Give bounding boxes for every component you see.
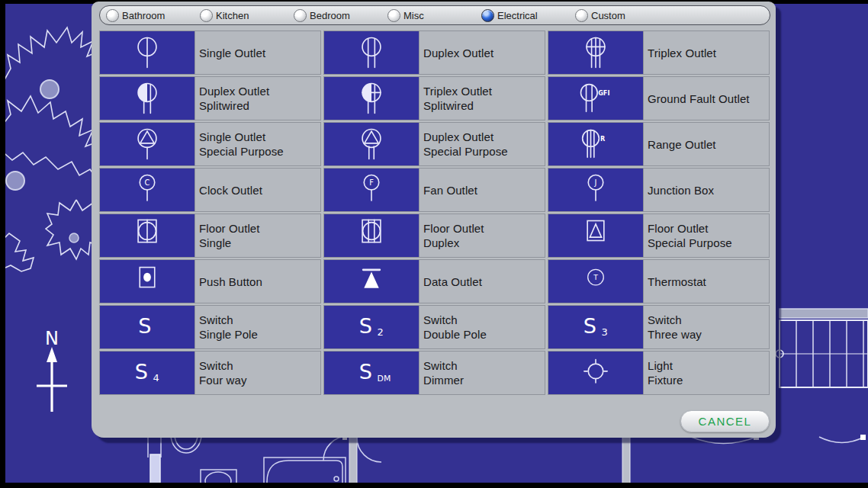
svg-text:C: C [145,178,150,187]
category-label: Bathroom [122,10,165,21]
door-swing [819,437,864,443]
svg-text:4: 4 [153,372,159,384]
category-bar: BathroomKitchenBedroomMiscElectricalCust… [99,5,770,25]
switch-dimmer-icon[interactable]: SDM [323,351,420,395]
fan-outlet-icon[interactable]: F [323,168,420,212]
single-outlet-special-icon[interactable] [99,122,195,166]
symbol-cell-junction-box[interactable]: JJunction Box [548,168,770,212]
radio-icon[interactable] [106,9,119,22]
switch-single-pole-icon[interactable]: S [99,305,195,349]
category-label: Bedroom [310,10,350,21]
symbol-cell-data-outlet[interactable]: Data Outlet [323,259,545,303]
single-outlet-icon[interactable] [99,30,195,75]
svg-text:2: 2 [378,326,384,338]
floor-outlet-special-icon[interactable] [548,214,644,258]
tree-outline [3,27,98,82]
radio-icon[interactable] [294,9,307,22]
wall-door-left [148,436,161,488]
symbol-row: S4SwitchFour waySDMSwitchDimmerLightFixt… [99,351,770,395]
switch-double-pole-icon[interactable]: S2 [323,305,420,349]
symbol-cell-floor-outlet-duplex[interactable]: Floor OutletDuplex [323,214,545,258]
symbol-label-triplex-outlet: Triplex Outlet [644,30,770,75]
symbol-cell-light-fixture[interactable]: LightFixture [548,351,770,395]
clock-outlet-icon[interactable]: C [99,168,195,212]
symbol-row: Floor OutletSingleFloor OutletDuplexFloo… [99,214,770,258]
symbol-cell-floor-outlet-single[interactable]: Floor OutletSingle [99,214,321,258]
symbol-label-duplex-outlet-special: Duplex OutletSpecial Purpose [420,122,545,166]
category-radio-kitchen[interactable]: Kitchen [200,9,294,22]
category-radio-custom[interactable]: Custom [575,9,669,22]
duplex-outlet-special-icon[interactable] [323,122,420,166]
symbol-cell-switch-three-way[interactable]: S3SwitchThree way [548,305,770,349]
symbol-cell-switch-single-pole[interactable]: SSwitchSingle Pole [99,305,321,349]
switch-four-way-icon[interactable]: S4 [99,351,195,395]
symbol-cell-push-button[interactable]: Push Button [99,259,321,303]
floor-outlet-single-icon[interactable] [99,214,195,258]
category-label: Misc [403,10,424,21]
symbol-picker-dialog: BathroomKitchenBedroomMiscElectricalCust… [92,2,776,438]
data-outlet-icon[interactable] [323,259,420,303]
tree-outline [46,200,98,259]
symbol-cell-range-outlet[interactable]: RRange Outlet [548,122,770,166]
symbol-cell-switch-double-pole[interactable]: S2SwitchDouble Pole [323,305,545,349]
symbol-row: Push ButtonData OutletTThermostat [99,259,770,303]
symbol-cell-thermostat[interactable]: TThermostat [548,259,770,303]
symbol-label-single-outlet: Single Outlet [195,30,321,75]
symbol-label-switch-single-pole: SwitchSingle Pole [195,305,321,349]
range-outlet-icon[interactable]: R [548,122,644,166]
triplex-outlet-splitwired-icon[interactable] [323,76,420,120]
symbol-cell-triplex-outlet[interactable]: Triplex Outlet [548,30,770,75]
symbol-label-fan-outlet: Fan Outlet [420,168,545,212]
symbol-label-light-fixture: LightFixture [644,351,770,395]
category-radio-misc[interactable]: Misc [387,9,481,22]
svg-text:DM: DM [378,374,391,384]
category-label: Custom [591,10,625,21]
radio-icon[interactable] [575,9,588,22]
screen-edge-bottom [0,483,868,488]
symbol-cell-switch-dimmer[interactable]: SDMSwitchDimmer [323,351,545,395]
symbol-cell-single-outlet-special[interactable]: Single OutletSpecial Purpose [99,122,321,166]
category-radio-electrical[interactable]: Electrical [481,9,575,22]
radio-icon[interactable] [200,9,213,22]
category-radio-bedroom[interactable]: Bedroom [294,9,387,22]
symbol-cell-triplex-outlet-splitwired[interactable]: Triplex OutletSplitwired [323,76,545,120]
symbol-label-switch-double-pole: SwitchDouble Pole [420,305,545,349]
wall-segment [349,436,357,488]
push-button-icon[interactable] [99,259,195,303]
symbol-cell-clock-outlet[interactable]: CClock Outlet [99,168,321,212]
symbol-row: SSwitchSingle PoleS2SwitchDouble PoleS3S… [99,305,770,349]
symbol-cell-switch-four-way[interactable]: S4SwitchFour way [99,351,321,395]
symbol-cell-single-outlet[interactable]: Single Outlet [99,30,321,75]
symbol-cell-floor-outlet-special[interactable]: Floor OutletSpecial Purpose [548,214,770,258]
junction-box-icon[interactable]: J [548,168,644,212]
tree-trunk [6,172,24,190]
symbol-cell-fan-outlet[interactable]: FFan Outlet [323,168,545,212]
ground-fault-outlet-icon[interactable]: GFI [548,76,644,120]
radio-icon-selected[interactable] [481,9,494,22]
screen-edge-left [0,0,5,488]
light-fixture-icon[interactable] [548,351,644,395]
symbol-cell-duplex-outlet[interactable]: Duplex Outlet [323,30,545,75]
category-radio-bathroom[interactable]: Bathroom [106,9,200,22]
radio-icon[interactable] [387,9,400,22]
triplex-outlet-icon[interactable] [548,30,644,75]
duplex-outlet-splitwired-icon[interactable] [99,76,195,120]
floor-outlet-duplex-icon[interactable] [323,214,420,258]
symbol-label-duplex-outlet-splitwired: Duplex OutletSplitwired [195,76,321,120]
symbol-label-thermostat: Thermostat [644,259,770,303]
symbol-cell-ground-fault-outlet[interactable]: GFIGround Fault Outlet [548,76,770,120]
symbol-label-junction-box: Junction Box [644,168,770,212]
symbol-cell-duplex-outlet-special[interactable]: Duplex OutletSpecial Purpose [323,122,545,166]
symbol-label-duplex-outlet: Duplex Outlet [420,30,545,75]
switch-three-way-icon[interactable]: S3 [548,305,644,349]
door-swing [323,435,348,461]
symbol-label-floor-outlet-duplex: Floor OutletDuplex [420,214,545,258]
duplex-outlet-icon[interactable] [323,30,420,75]
thermostat-icon[interactable]: T [548,259,644,303]
symbol-row: Duplex OutletSplitwiredTriplex OutletSpl… [99,76,770,120]
symbol-label-clock-outlet: Clock Outlet [195,168,321,212]
symbol-cell-duplex-outlet-splitwired[interactable]: Duplex OutletSplitwired [99,76,321,120]
svg-text:S: S [135,360,148,384]
cancel-button[interactable]: CANCEL [680,410,770,432]
tree-trunk [40,80,59,98]
